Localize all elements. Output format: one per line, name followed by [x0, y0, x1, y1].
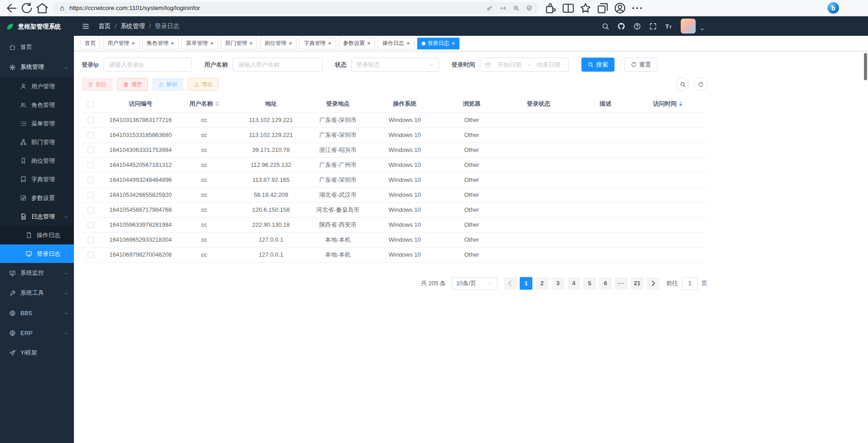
close-icon[interactable]: ×: [249, 40, 253, 46]
sidebar-item-erp[interactable]: ERP: [0, 323, 74, 343]
page-button-6[interactable]: 6: [599, 277, 612, 290]
row-checkbox[interactable]: [88, 252, 94, 258]
menu-collapse-icon[interactable]: [80, 21, 91, 32]
sidebar-item-role-management[interactable]: 角色管理: [0, 96, 74, 114]
unlock-button[interactable]: 解锁: [152, 78, 183, 91]
sidebar-item-log-management[interactable]: 日志管理: [0, 207, 74, 226]
refresh-table-button[interactable]: [694, 78, 707, 91]
date-range-picker[interactable]: 开始日期 - 结束日期: [480, 58, 569, 72]
tab-home[interactable]: 首页: [80, 38, 100, 49]
sidebar-item-post-management[interactable]: 岗位管理: [0, 151, 74, 170]
breadcrumb-item[interactable]: 系统管理: [121, 22, 145, 30]
browser-split-screen-button[interactable]: [561, 2, 575, 15]
page-button-5[interactable]: 5: [583, 277, 596, 290]
sidebar-item-home[interactable]: 首页: [0, 37, 74, 57]
address-bar[interactable]: https://ccnetcore.com:1101/system/log/lo…: [53, 2, 539, 14]
reset-button[interactable]: 重置: [624, 58, 658, 72]
row-checkbox[interactable]: [88, 177, 94, 183]
delete-button[interactable]: 删除: [82, 78, 112, 91]
row-checkbox[interactable]: [88, 162, 94, 168]
close-icon[interactable]: ×: [367, 40, 371, 46]
page-button-4[interactable]: 4: [567, 277, 580, 290]
tab-login-log[interactable]: 登录日志×: [417, 38, 460, 49]
close-icon[interactable]: ×: [406, 40, 410, 46]
tab-operation-log[interactable]: 操作日志×: [378, 38, 414, 49]
sidebar-item-dict-management[interactable]: 字典管理: [0, 170, 74, 189]
prev-page-button[interactable]: [504, 277, 517, 290]
sidebar-item-user-management[interactable]: 用户管理: [0, 77, 74, 96]
page-button-1[interactable]: 1: [520, 277, 532, 290]
row-checkbox[interactable]: [88, 237, 94, 243]
browser-profile-button[interactable]: [613, 2, 627, 15]
tab-user-management[interactable]: 用户管理×: [103, 38, 140, 49]
page-button-21[interactable]: 21: [631, 277, 644, 290]
status-select[interactable]: 登录状态: [351, 58, 439, 72]
next-page-button[interactable]: [647, 277, 659, 290]
browser-extensions-button[interactable]: [544, 2, 558, 15]
search-icon[interactable]: [601, 22, 610, 30]
page-ellipsis[interactable]: ···: [615, 277, 628, 290]
page-button-3[interactable]: 3: [551, 277, 564, 290]
page-button-2[interactable]: 2: [536, 277, 548, 290]
tab-param-settings[interactable]: 参数设置×: [339, 38, 375, 49]
github-icon[interactable]: [617, 22, 625, 30]
sidebar-item-department-management[interactable]: 部门管理: [0, 133, 74, 151]
close-icon[interactable]: ×: [328, 40, 332, 46]
username-input[interactable]: [233, 58, 322, 72]
key-icon[interactable]: [487, 5, 493, 11]
browser-more-dots-button[interactable]: [630, 2, 644, 15]
sidebar-item-menu-management[interactable]: 菜单管理: [0, 114, 74, 133]
bing-icon[interactable]: b: [828, 2, 839, 14]
row-checkbox[interactable]: [88, 147, 94, 153]
sidebar-item-operation-log[interactable]: 操作日志: [0, 226, 74, 244]
close-icon[interactable]: ×: [171, 40, 175, 46]
row-checkbox[interactable]: [88, 117, 94, 123]
sidebar-item-param-settings[interactable]: 参数设置: [0, 189, 74, 207]
row-checkbox[interactable]: [88, 192, 94, 198]
tab-role-management[interactable]: 角色管理×: [142, 38, 179, 49]
row-checkbox[interactable]: [88, 222, 94, 228]
close-icon[interactable]: ×: [288, 40, 292, 46]
tab-dict-management[interactable]: 字典管理×: [299, 38, 336, 49]
sort-icons[interactable]: [215, 102, 219, 106]
sidebar-item-bbs[interactable]: BBS: [0, 303, 74, 323]
row-checkbox[interactable]: [88, 132, 94, 138]
font-size-icon[interactable]: TT: [665, 22, 673, 30]
tab-menu-management[interactable]: 菜单管理×: [181, 38, 218, 49]
close-icon[interactable]: ×: [452, 40, 455, 46]
read-aloud-icon[interactable]: A: [500, 5, 506, 11]
fullscreen-icon[interactable]: [649, 22, 657, 30]
goto-page-input[interactable]: [682, 277, 698, 290]
row-checkbox[interactable]: [88, 207, 94, 213]
toggle-search-button[interactable]: [676, 78, 689, 91]
sort-icons[interactable]: [679, 102, 683, 106]
user-avatar[interactable]: [681, 19, 696, 34]
browser-favorites-button[interactable]: [579, 2, 592, 15]
close-icon[interactable]: ×: [132, 40, 135, 46]
sidebar-item-system-tools[interactable]: 系统工具: [0, 283, 74, 303]
browser-collections-button[interactable]: [596, 2, 610, 15]
search-button[interactable]: 搜索: [581, 58, 614, 72]
tab-post-management[interactable]: 岗位管理×: [260, 38, 297, 49]
sidebar-item-yi-framework[interactable]: Yi框架: [0, 343, 74, 363]
export-button[interactable]: 导出: [188, 78, 219, 91]
ip-input[interactable]: [103, 58, 192, 72]
clear-button[interactable]: 清空: [117, 78, 148, 91]
shield-check-icon[interactable]: [526, 5, 532, 11]
sidebar-item-login-log[interactable]: 登录日志: [0, 244, 74, 263]
tab-department-management[interactable]: 部门管理×: [221, 38, 258, 49]
breadcrumb-item[interactable]: 首页: [98, 22, 111, 30]
sidebar-item-system-management[interactable]: 系统管理: [0, 57, 74, 77]
question-icon[interactable]: [633, 22, 641, 30]
close-icon[interactable]: ×: [210, 40, 214, 46]
page-size-select[interactable]: 10条/页: [452, 277, 497, 290]
breadcrumb-item[interactable]: 登录日志: [155, 22, 180, 30]
scrollbar-thumb[interactable]: [864, 53, 867, 80]
chevron-down-icon[interactable]: [700, 27, 705, 32]
browser-home-button[interactable]: [35, 2, 49, 15]
browser-refresh-button[interactable]: [20, 2, 34, 15]
select-all-checkbox[interactable]: [88, 101, 94, 107]
browser-back-button[interactable]: [5, 2, 18, 15]
sidebar-item-system-monitor[interactable]: 系统监控: [0, 263, 74, 283]
zoom-out-icon[interactable]: [513, 5, 519, 11]
